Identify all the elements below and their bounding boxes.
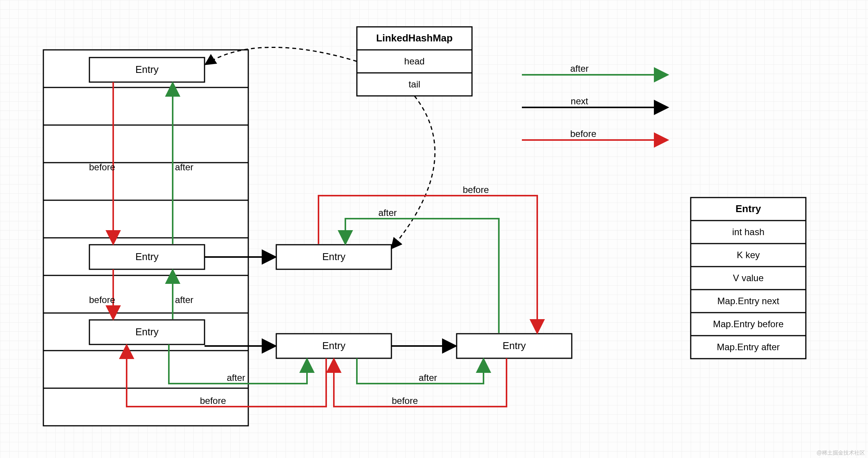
entry-label: Entry: [135, 251, 159, 262]
dashed-tail-arrow: [391, 96, 435, 249]
diagram-canvas: Entry Entry Entry Entry Entry Entry Link…: [0, 0, 868, 458]
edge-label-after: after: [175, 295, 193, 305]
entry-label: Entry: [322, 340, 346, 351]
entry-box-low-mid: Entry: [276, 334, 391, 358]
edge-label-before: before: [200, 395, 226, 406]
entry-label: Entry: [322, 251, 346, 262]
entry-box-low-right: Entry: [457, 334, 572, 358]
legend-after-label: after: [570, 63, 589, 74]
edge-label-after: after: [378, 208, 397, 218]
entry-struct-title: Entry: [736, 203, 761, 214]
after-edge: [345, 219, 499, 333]
entry-field-4: Map.Entry before: [713, 319, 784, 329]
entry-box-mid-left: Entry: [89, 245, 205, 269]
legend-next-label: next: [571, 96, 588, 106]
entry-label: Entry: [135, 64, 159, 75]
entry-label: Entry: [135, 326, 159, 338]
edge-label-after: after: [175, 162, 193, 172]
entry-field-3: Map.Entry next: [717, 296, 779, 306]
edge-label-before: before: [89, 295, 115, 305]
lhm-title: LinkedHashMap: [376, 32, 452, 44]
entry-field-1: K key: [737, 250, 760, 260]
legend: after next before: [522, 63, 668, 140]
edge-label-after: after: [227, 372, 245, 383]
lhm-head: head: [404, 56, 424, 66]
linkedhashmap-box: LinkedHashMap head tail: [357, 27, 472, 96]
entry-struct: Entry int hash K key V value Map.Entry n…: [691, 198, 806, 359]
entry-box-top-left: Entry: [89, 58, 205, 82]
legend-before-label: before: [570, 129, 596, 139]
edge-label-before: before: [463, 185, 489, 195]
edge-label-before: before: [89, 162, 115, 172]
entry-field-5: Map.Entry after: [717, 342, 780, 352]
entry-field-0: int hash: [732, 227, 764, 237]
watermark: @稀土掘金技术社区: [817, 450, 865, 456]
lhm-tail: tail: [409, 79, 421, 89]
entry-box-mid-right: Entry: [276, 245, 391, 269]
entry-field-2: V value: [733, 273, 764, 283]
entry-label: Entry: [503, 340, 526, 351]
edge-label-before: before: [392, 395, 418, 406]
entry-box-bot-left: Entry: [89, 320, 205, 344]
edge-label-after: after: [419, 372, 437, 383]
